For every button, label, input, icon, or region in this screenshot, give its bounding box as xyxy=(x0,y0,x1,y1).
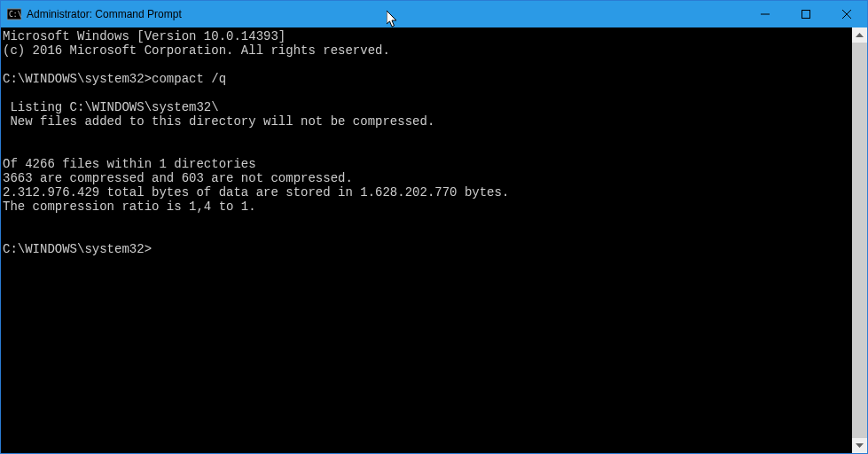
scrollbar-thumb[interactable] xyxy=(852,43,867,438)
scrollbar-down-button[interactable] xyxy=(852,438,867,453)
vertical-scrollbar[interactable] xyxy=(852,27,867,453)
terminal-line: 2.312.976.429 total bytes of data are st… xyxy=(3,185,509,200)
terminal-line: (c) 2016 Microsoft Corporation. All righ… xyxy=(3,43,390,58)
terminal-output[interactable]: Microsoft Windows [Version 10.0.14393] (… xyxy=(1,27,852,453)
terminal-line: C:\WINDOWS\system32>compact /q xyxy=(3,72,226,86)
terminal-line: C:\WINDOWS\system32> xyxy=(3,242,152,256)
svg-text:C:\: C:\ xyxy=(9,11,21,19)
cmd-icon: C:\ xyxy=(7,7,21,21)
chevron-down-icon xyxy=(856,443,864,448)
command-prompt-window: C:\ Administrator: Command Prompt xyxy=(0,0,868,454)
terminal-line: Microsoft Windows [Version 10.0.14393] xyxy=(3,29,285,43)
maximize-button[interactable] xyxy=(786,1,826,27)
maximize-icon xyxy=(802,10,810,19)
close-button[interactable] xyxy=(826,1,867,27)
terminal-line: Listing C:\WINDOWS\system32\ xyxy=(3,100,219,114)
terminal-line: New files added to this directory will n… xyxy=(3,114,434,129)
window-controls xyxy=(745,1,867,27)
scrollbar-up-button[interactable] xyxy=(852,27,867,43)
terminal-container: Microsoft Windows [Version 10.0.14393] (… xyxy=(1,27,867,453)
close-icon xyxy=(842,10,851,19)
terminal-line: The compression ratio is 1,4 to 1. xyxy=(3,200,256,214)
titlebar[interactable]: C:\ Administrator: Command Prompt xyxy=(1,1,867,27)
terminal-line: Of 4266 files within 1 directories xyxy=(3,157,256,171)
window-title: Administrator: Command Prompt xyxy=(27,8,182,20)
minimize-icon xyxy=(761,10,770,19)
chevron-up-icon xyxy=(856,33,864,37)
minimize-button[interactable] xyxy=(745,1,786,27)
svg-rect-3 xyxy=(802,11,810,19)
terminal-line: 3663 are compressed and 603 are not comp… xyxy=(3,171,353,185)
scrollbar-track[interactable] xyxy=(852,43,867,438)
